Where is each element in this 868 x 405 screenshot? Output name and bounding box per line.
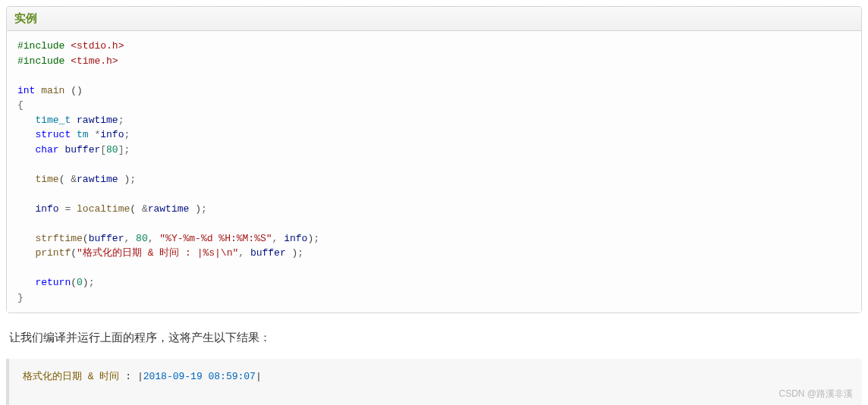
semicolon: ; (130, 174, 136, 185)
comma: , (272, 233, 278, 244)
example-box: 实例 #include <stdio.h> #include <time.h> … (6, 6, 862, 313)
var-rawtime: rawtime (77, 115, 118, 126)
output-label2: 时间 (99, 371, 119, 382)
paren-open: ( (130, 203, 136, 215)
parens: () (71, 85, 83, 96)
include-header: <stdio.h> (71, 40, 124, 52)
output-pipe: | (256, 371, 262, 382)
output-pipe: | (137, 371, 143, 382)
function-strftime: strftime (35, 233, 82, 244)
example-title: 实例 (7, 7, 861, 31)
function-printf: printf (35, 247, 71, 259)
var-rawtime: rawtime (77, 174, 118, 185)
num-80: 80 (106, 144, 118, 155)
paren-open: ( (71, 277, 77, 288)
function-time: time (35, 174, 58, 185)
var-info: info (100, 129, 124, 140)
type-time-t: time_t (35, 115, 71, 126)
var-buffer: buffer (89, 233, 124, 244)
amp: & (71, 174, 77, 185)
keyword-char: char (35, 144, 58, 155)
var-rawtime: rawtime (148, 203, 190, 215)
var-buffer: buffer (250, 247, 286, 259)
semicolon: ; (124, 129, 130, 140)
keyword-struct: struct (35, 129, 71, 140)
semicolon: ; (118, 115, 124, 126)
num-80: 80 (136, 233, 148, 244)
amp: & (142, 203, 148, 215)
type-tm: tm (77, 129, 89, 140)
preprocessor-directive: #include (17, 55, 64, 67)
watermark: CSDN @路溪非溪 (778, 388, 853, 400)
output-amp: & (88, 371, 94, 382)
bracket-open: [ (100, 144, 106, 155)
paren-open: ( (59, 174, 65, 185)
output-box: 格式化的日期 & 时间 : |2018-09-19 08:59:07| CSDN… (6, 359, 862, 405)
output-date: 2018-09-19 08:59:07 (143, 371, 256, 382)
code-block: #include <stdio.h> #include <time.h> int… (7, 31, 861, 312)
var-info: info (284, 233, 307, 244)
output-label: 格式化的日期 (23, 371, 82, 382)
comma: , (124, 233, 130, 244)
var-info: info (35, 203, 58, 215)
semicolon: ; (297, 247, 303, 259)
keyword-int: int (17, 85, 35, 96)
brace-close: } (17, 292, 24, 303)
description-text: 让我们编译并运行上面的程序，这将产生以下结果： (9, 328, 859, 347)
brace-open: { (17, 99, 24, 111)
preprocessor-directive: #include (17, 40, 64, 52)
comma: , (148, 233, 154, 244)
paren-close: ) (83, 277, 89, 288)
semicolon: ; (313, 233, 319, 244)
function-localtime: localtime (77, 203, 130, 215)
include-header: <time.h> (71, 55, 118, 67)
string-printf: "格式化的日期 & 时间 : |%s|\n" (77, 247, 238, 259)
string-format: "%Y-%m-%d %H:%M:%S" (159, 233, 272, 244)
paren-open: ( (83, 233, 89, 244)
semicolon: ; (124, 144, 130, 155)
paren-close: ) (195, 203, 201, 215)
keyword-return: return (35, 277, 71, 288)
function-main: main (41, 85, 64, 96)
comma: , (238, 247, 244, 259)
semicolon: ; (201, 203, 207, 215)
paren-open: ( (71, 247, 77, 259)
output-colon: : (125, 371, 131, 382)
eq: = (64, 203, 71, 215)
semicolon: ; (89, 277, 95, 288)
num-0: 0 (77, 277, 83, 288)
var-buffer: buffer (64, 144, 100, 155)
